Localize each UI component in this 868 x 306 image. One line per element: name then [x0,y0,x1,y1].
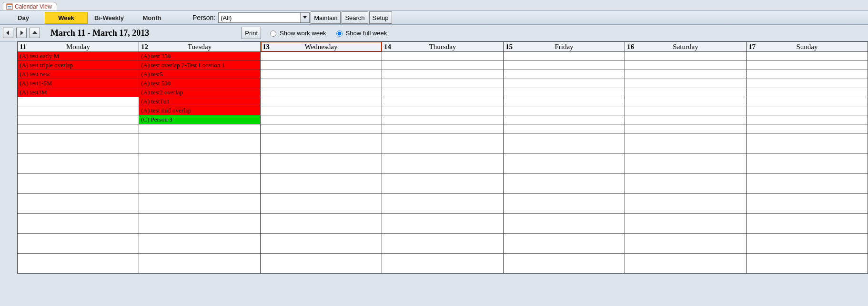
empty-cell[interactable] [261,52,382,61]
event-cell[interactable]: (A) test mid overlap [139,106,260,115]
empty-cell[interactable] [382,61,503,70]
empty-cell[interactable] [504,214,625,234]
event-cell[interactable]: (A) test3M [18,88,139,97]
empty-cell[interactable] [382,97,503,106]
empty-cell[interactable] [504,153,625,173]
setup-button[interactable]: Setup [369,11,392,24]
show-full-week-label[interactable]: Show full week [346,30,387,37]
empty-cell[interactable] [747,124,868,133]
empty-cell[interactable] [382,52,503,61]
person-combobox[interactable]: (All) [218,12,310,23]
empty-cell[interactable] [625,153,746,173]
empty-cell[interactable] [504,106,625,115]
day-header[interactable]: 14Thursday [382,41,504,52]
empty-cell[interactable] [625,124,746,133]
empty-cell[interactable] [625,133,746,153]
empty-cell[interactable] [747,194,868,214]
empty-cell[interactable] [625,173,746,194]
next-button[interactable] [16,28,27,38]
empty-cell[interactable] [18,234,139,254]
event-cell[interactable]: (A) test early M [18,52,139,61]
empty-cell[interactable] [382,115,503,124]
empty-cell[interactable] [747,52,868,61]
empty-cell[interactable] [382,106,503,115]
empty-cell[interactable] [625,70,746,79]
empty-cell[interactable] [504,52,625,61]
view-month-button[interactable]: Month [131,12,173,24]
search-button[interactable]: Search [342,11,368,24]
empty-cell[interactable] [382,88,503,97]
empty-cell[interactable] [382,79,503,88]
empty-cell[interactable] [261,79,382,88]
empty-cell[interactable] [261,70,382,79]
empty-cell[interactable] [625,88,746,97]
empty-cell[interactable] [625,97,746,106]
empty-cell[interactable] [139,214,260,234]
day-header[interactable]: 17Sunday [747,41,868,52]
empty-cell[interactable] [747,214,868,234]
empty-cell[interactable] [382,173,503,194]
event-cell[interactable]: (C) Person 3 [139,115,260,124]
view-day-button[interactable]: Day [2,12,45,24]
day-header[interactable]: 15Friday [504,41,625,52]
empty-cell[interactable] [18,214,139,234]
empty-cell[interactable] [261,214,382,234]
empty-cell[interactable] [139,133,260,153]
view-week-button[interactable]: Week [45,12,88,24]
empty-cell[interactable] [139,124,260,133]
maintain-button[interactable]: Maintain [311,11,341,24]
empty-cell[interactable] [625,115,746,124]
empty-cell[interactable] [261,194,382,214]
empty-cell[interactable] [504,115,625,124]
empty-cell[interactable] [382,153,503,173]
empty-cell[interactable] [747,234,868,254]
empty-cell[interactable] [382,214,503,234]
empty-cell[interactable] [625,106,746,115]
empty-cell[interactable] [261,173,382,194]
empty-cell[interactable] [261,234,382,254]
empty-cell[interactable] [261,124,382,133]
empty-cell[interactable] [382,133,503,153]
empty-cell[interactable] [18,153,139,173]
empty-cell[interactable] [261,254,382,274]
empty-cell[interactable] [747,254,868,274]
empty-cell[interactable] [625,214,746,234]
event-cell[interactable]: (A) test 330 [139,52,260,61]
empty-cell[interactable] [139,194,260,214]
empty-cell[interactable] [382,194,503,214]
empty-cell[interactable] [261,106,382,115]
empty-cell[interactable] [747,133,868,153]
event-cell[interactable]: (A) test new [18,70,139,79]
empty-cell[interactable] [504,79,625,88]
empty-cell[interactable] [504,133,625,153]
empty-cell[interactable] [261,61,382,70]
empty-cell[interactable] [747,88,868,97]
empty-cell[interactable] [261,133,382,153]
empty-cell[interactable] [504,234,625,254]
event-cell[interactable]: (A) test5 [139,70,260,79]
empty-cell[interactable] [504,173,625,194]
day-header[interactable]: 16Saturday [625,41,747,52]
empty-cell[interactable] [261,153,382,173]
empty-cell[interactable] [139,234,260,254]
empty-cell[interactable] [504,254,625,274]
view-biweekly-button[interactable]: Bi-Weekly [88,12,131,24]
empty-cell[interactable] [747,70,868,79]
show-work-week-radio[interactable] [270,31,276,37]
empty-cell[interactable] [625,194,746,214]
empty-cell[interactable] [18,173,139,194]
event-cell[interactable]: (A) test1-5M [18,79,139,88]
empty-cell[interactable] [18,133,139,153]
empty-cell[interactable] [747,79,868,88]
empty-cell[interactable] [18,254,139,274]
empty-cell[interactable] [261,97,382,106]
empty-cell[interactable] [261,88,382,97]
empty-cell[interactable] [382,254,503,274]
event-cell[interactable]: (A) test2 overlap [139,88,260,97]
empty-cell[interactable] [18,194,139,214]
empty-cell[interactable] [382,70,503,79]
empty-cell[interactable] [504,88,625,97]
empty-cell[interactable] [625,61,746,70]
empty-cell[interactable] [747,106,868,115]
empty-cell[interactable] [139,173,260,194]
